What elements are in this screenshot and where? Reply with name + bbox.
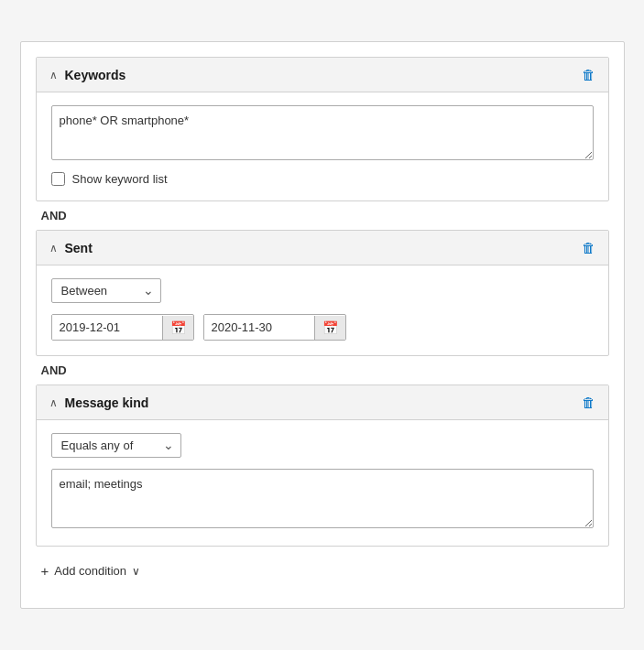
add-condition-plus-icon: +: [41, 563, 49, 579]
sent-section-header: ∧ Sent 🗑: [37, 231, 608, 265]
calendar-end-icon: 📅: [322, 320, 338, 335]
message-kind-body: Equals any of Not equals any of: [37, 420, 608, 546]
add-condition-label: Add condition: [54, 564, 126, 578]
message-kind-title: Message kind: [65, 395, 149, 410]
keywords-textarea[interactable]: [51, 105, 594, 160]
and-divider-1: AND: [36, 201, 609, 230]
keywords-section-header: ∧ Keywords 🗑: [37, 58, 608, 92]
sent-start-calendar-btn[interactable]: 📅: [162, 316, 193, 340]
sent-dropdown-wrapper: Between Before After On: [51, 278, 161, 303]
sent-title: Sent: [65, 241, 93, 255]
sent-end-date-input[interactable]: [204, 315, 314, 340]
message-kind-dropdown-wrapper: Equals any of Not equals any of: [51, 433, 181, 458]
keywords-header-left: ∧ Keywords: [49, 68, 126, 82]
message-kind-collapse-icon[interactable]: ∧: [49, 396, 58, 409]
message-kind-section-header: ∧ Message kind 🗑: [37, 385, 608, 420]
message-kind-section: ∧ Message kind 🗑 Equals any of Not equal…: [36, 385, 609, 547]
calendar-start-icon: 📅: [170, 320, 186, 335]
sent-collapse-icon[interactable]: ∧: [49, 242, 58, 255]
sent-body: Between Before After On 📅: [37, 265, 608, 355]
message-kind-header-left: ∧ Message kind: [49, 395, 149, 410]
sent-start-date-input[interactable]: [52, 315, 162, 340]
sent-delete-icon[interactable]: 🗑: [582, 240, 595, 255]
keywords-body: Show keyword list: [37, 92, 608, 200]
keywords-collapse-icon[interactable]: ∧: [49, 69, 58, 81]
sent-header-left: ∧ Sent: [49, 241, 93, 255]
and-divider-2: AND: [36, 356, 609, 385]
sent-start-date-field: 📅: [51, 314, 194, 341]
sent-between-dropdown[interactable]: Between Before After On: [51, 278, 161, 303]
sent-end-date-field: 📅: [203, 314, 346, 341]
message-kind-delete-icon[interactable]: 🗑: [582, 395, 595, 410]
keywords-section: ∧ Keywords 🗑 Show keyword list: [36, 57, 609, 201]
message-kind-textarea[interactable]: [51, 469, 594, 528]
add-condition-row[interactable]: + Add condition ∨: [36, 547, 609, 593]
show-keyword-list-label[interactable]: Show keyword list: [72, 172, 168, 186]
keywords-title: Keywords: [65, 68, 126, 82]
sent-end-calendar-btn[interactable]: 📅: [314, 316, 345, 340]
add-condition-chevron-icon: ∨: [132, 565, 140, 578]
sent-section: ∧ Sent 🗑 Between Before After On: [36, 230, 609, 356]
message-kind-dropdown[interactable]: Equals any of Not equals any of: [51, 433, 181, 458]
keywords-delete-icon[interactable]: 🗑: [582, 67, 595, 82]
show-keyword-list-checkbox[interactable]: [51, 172, 65, 186]
sent-date-row: 📅 📅: [51, 314, 594, 341]
show-keyword-list-row: Show keyword list: [51, 172, 594, 186]
